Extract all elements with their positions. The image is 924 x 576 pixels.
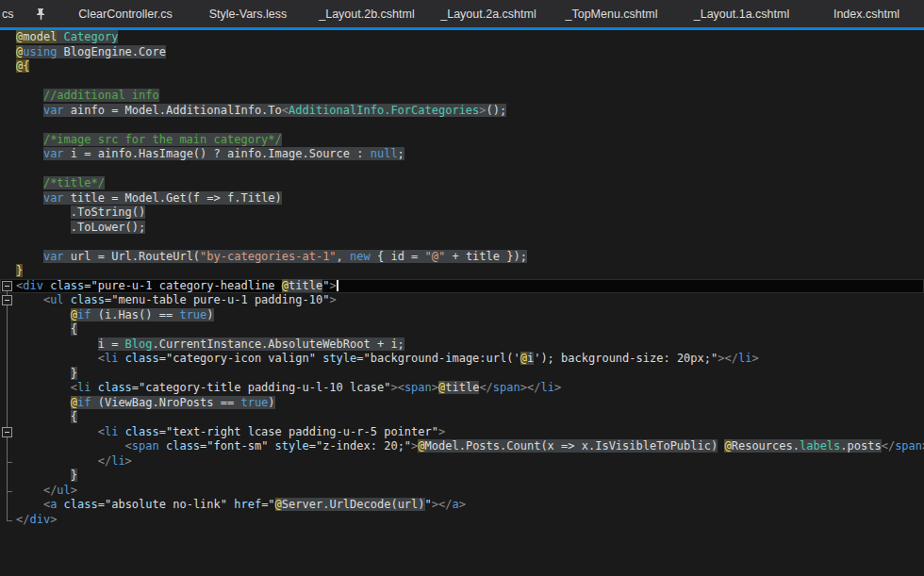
- code-line-17[interactable]: }: [0, 264, 924, 279]
- code-line-3[interactable]: @{: [0, 59, 924, 74]
- code-token: ();: [487, 104, 507, 117]
- code-line-21[interactable]: {: [0, 322, 924, 337]
- code-token: category-icon valign: [173, 352, 309, 365]
- code-line-26[interactable]: @if (ViewBag.NroPosts == true): [0, 396, 924, 411]
- code-area[interactable]: @model Category@using BlogEngine.Core@{ …: [0, 30, 924, 527]
- code-token: <: [398, 381, 404, 394]
- razor-transition-token: @: [71, 396, 77, 409]
- code-line-7[interactable]: [0, 118, 924, 133]
- code-token: class: [98, 381, 132, 394]
- code-token: url = Url.RouteUrl(: [64, 250, 201, 263]
- code-token: </: [527, 381, 540, 394]
- code-token: [16, 396, 71, 409]
- code-token: =": [309, 439, 322, 453]
- code-token: >: [432, 381, 438, 394]
- code-token: [16, 133, 43, 146]
- code-token: </: [16, 513, 29, 526]
- code-token: ul: [57, 484, 70, 497]
- code-token: + title });: [445, 250, 527, 263]
- code-token: span: [404, 381, 432, 394]
- code-token: <: [71, 381, 77, 394]
- code-line-23[interactable]: <li class="category-icon valign" style="…: [0, 352, 924, 367]
- tab-style-vars-less[interactable]: Style-Vars.less: [190, 0, 305, 27]
- code-token: Model.Posts.Count(x => x.IsVisibleToPubl…: [425, 439, 718, 453]
- tab-layout-1a-cshtml[interactable]: _Layout.1a.cshtml: [674, 0, 809, 27]
- code-token: ;: [398, 147, 404, 160]
- code-token: [16, 322, 71, 336]
- code-line-15[interactable]: [0, 235, 924, 250]
- code-token: new: [350, 250, 371, 263]
- code-token: >: [125, 454, 132, 468]
- code-line-8[interactable]: /*image src for the main category*/: [0, 133, 924, 148]
- code-token: title = Model.Get(f => f.Title): [64, 191, 282, 205]
- code-line-9[interactable]: var i = ainfo.HasImage() ? ainfo.Image.S…: [0, 147, 924, 162]
- code-token: href: [234, 498, 261, 511]
- code-line-18[interactable]: <div class="pure-u-1 category-headline @…: [0, 279, 924, 294]
- pin-icon[interactable]: [21, 0, 60, 27]
- tab-layout-2a-cshtml[interactable]: _Layout.2a.cshtml: [428, 0, 549, 27]
- tab-clearcontroller-cs[interactable]: ClearController.cs: [60, 0, 190, 27]
- code-line-30[interactable]: </li>: [0, 454, 924, 469]
- code-token: [16, 293, 43, 306]
- code-token: .CurrentInstance.AbsoluteWebRoot + i;: [153, 337, 404, 351]
- code-token: ainfo = Model.AdditionalInfo.To: [64, 104, 282, 117]
- code-line-31[interactable]: }: [0, 469, 924, 484]
- code-token: <: [98, 425, 105, 438]
- code-line-2[interactable]: @using BlogEngine.Core: [0, 45, 924, 60]
- code-line-6[interactable]: var ainfo = Model.AdditionalInfo.To<Addi…: [0, 104, 924, 119]
- code-line-10[interactable]: [0, 162, 924, 177]
- code-token: [118, 425, 124, 438]
- code-line-5[interactable]: //additional info: [0, 89, 924, 104]
- fold-collapse-button-1[interactable]: [2, 281, 12, 291]
- code-token: [16, 381, 71, 394]
- fold-collapse-button-3[interactable]: [2, 427, 12, 437]
- code-token: ): [206, 308, 213, 321]
- code-editor[interactable]: @model Category@using BlogEngine.Core@{ …: [0, 30, 924, 576]
- code-token: null: [371, 147, 398, 160]
- code-token: class: [125, 425, 159, 438]
- code-line-25[interactable]: <li class="category-title padding-u-l-10…: [0, 381, 924, 396]
- code-line-29[interactable]: <span class="font-sm" style="z-index: 20…: [0, 439, 924, 454]
- code-line-4[interactable]: [0, 74, 924, 90]
- code-token: [118, 352, 124, 365]
- code-token: }: [71, 367, 77, 380]
- code-token: =": [356, 352, 370, 365]
- code-token: >: [50, 513, 57, 526]
- code-token: [16, 410, 71, 423]
- fold-region-line: [7, 305, 8, 491]
- tab-index-cshtml[interactable]: Index.cshtml: [809, 0, 924, 27]
- code-line-19[interactable]: <ul class="menu-table pure-u-1 padding-1…: [0, 293, 924, 308]
- code-line-33[interactable]: <a class="absolute no-link" href="@Serve…: [0, 498, 924, 513]
- code-token: BlogEngine.Core: [57, 45, 166, 58]
- code-token: //additional info: [43, 89, 159, 102]
- code-line-13[interactable]: .ToString(): [0, 206, 924, 221]
- code-token: span: [895, 439, 922, 453]
- code-token: >: [71, 484, 77, 497]
- fold-region-end: [7, 462, 12, 463]
- code-line-32[interactable]: </ul>: [0, 484, 924, 499]
- code-line-20[interactable]: @if (i.Has() == true): [0, 308, 924, 323]
- code-token: >: [390, 381, 397, 394]
- code-line-34[interactable]: </div>: [0, 513, 924, 528]
- code-token: =": [132, 381, 145, 394]
- code-token: class: [71, 293, 105, 306]
- code-line-12[interactable]: var title = Model.Get(f => f.Title): [0, 191, 924, 206]
- tab-layout-2b-cshtml[interactable]: _Layout.2b.cshtml: [305, 0, 428, 27]
- code-token: style: [322, 352, 356, 365]
- code-line-14[interactable]: .ToLower();: [0, 221, 924, 236]
- code-line-27[interactable]: {: [0, 410, 924, 425]
- code-token: li: [77, 381, 91, 394]
- code-token: <: [282, 104, 289, 117]
- code-line-28[interactable]: <li class="text-right lcase padding-u-r-…: [0, 425, 924, 440]
- tab-pinned-cs[interactable]: cs: [0, 0, 21, 27]
- tab-topmenu-cshtml[interactable]: _TopMenu.cshtml: [549, 0, 674, 27]
- code-token: [16, 250, 43, 263]
- code-line-11[interactable]: /*title*/: [0, 176, 924, 191]
- code-line-16[interactable]: var url = Url.RouteUrl("by-categories-at…: [0, 250, 924, 265]
- code-line-1[interactable]: @model Category: [0, 30, 924, 45]
- code-line-24[interactable]: }: [0, 367, 924, 382]
- fold-collapse-button-2[interactable]: [2, 295, 12, 305]
- code-token: title: [445, 381, 479, 394]
- code-line-22[interactable]: i = Blog.CurrentInstance.AbsoluteWebRoot…: [0, 337, 924, 353]
- code-token: Blog: [125, 337, 153, 351]
